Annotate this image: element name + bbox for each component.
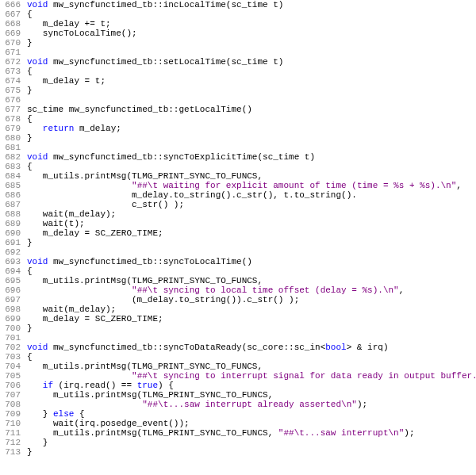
line-number: 690 [0,228,21,238]
code-line: { [27,266,476,276]
code-line: wait(irq.posedge_event()); [27,419,476,428]
code-line: return m_delay; [27,124,476,133]
keyword-token: void [27,152,48,162]
line-number: 685 [0,181,21,190]
text-token: wait(m_delay); [27,305,116,314]
text-token: } [27,447,33,457]
code-line: (m_delay.to_string()).c_str() ); [27,295,476,305]
keyword-token: void [27,57,48,67]
keyword-token: void [27,0,48,10]
line-number: 668 [0,19,21,29]
line-number: 688 [0,209,21,219]
text-token: m_delay.to_string().c_str(), t.to_string… [27,190,357,200]
text-token: } [27,38,33,48]
code-line [27,95,476,105]
code-line: { [27,67,476,76]
keyword-token: void [27,257,48,266]
bool-token: true [137,381,158,390]
line-number: 698 [0,305,21,314]
text-token: m_delay; [74,124,121,133]
line-number: 687 [0,200,21,209]
code-line [27,333,476,343]
code-line: } [27,86,476,95]
text-token: , [399,285,405,295]
line-number: 709 [0,409,21,419]
line-number: 689 [0,219,21,228]
line-number: 676 [0,95,21,105]
code-line: void mw_syncfunctimed_tb::setLocalTime(s… [27,57,476,67]
text-token: mw_syncfunctimed_tb::syncToLocalTime() [48,257,251,266]
text-token: wait(irq.posedge_event()); [27,419,190,428]
code-line: "##\t syncing to local time offset (dela… [27,285,476,295]
code-line: wait(t); [27,219,476,228]
code-line: { [27,352,476,362]
line-number: 681 [0,143,21,152]
code-line: void mw_syncfunctimed_tb::syncToDataRead… [27,343,476,352]
bool-token: bool [325,343,346,352]
text-token: (irq.read() == [53,381,137,390]
text-token: sc_time mw_syncfunctimed_tb::getLocalTim… [27,105,252,114]
text-token: m_delay = SC_ZERO_TIME; [27,314,163,324]
code-line: m_utils.printMsg(TLMG_PRINT_SYNC_TO_FUNC… [27,171,476,181]
string-token: "##\t waiting for explicit amount of tim… [132,181,456,190]
code-area[interactable]: void mw_syncfunctimed_tb::incLocalTime(s… [24,0,476,457]
text-token: , [456,181,462,190]
code-line: } [27,324,476,333]
text-token: wait(m_delay); [27,209,116,219]
line-number: 682 [0,152,21,162]
text-token: mw_syncfunctimed_tb::setLocalTime(sc_tim… [48,57,283,67]
text-token: m_utils.printMsg(TLMG_PRINT_SYNC_TO_FUNC… [27,276,263,285]
line-number: 707 [0,390,21,400]
text-token: { [27,67,33,76]
line-number: 701 [0,333,21,343]
line-number: 674 [0,76,21,86]
line-number: 706 [0,381,21,390]
line-number: 678 [0,114,21,124]
text-token: } [27,238,33,247]
text-token: syncToLocalTime(); [27,29,137,38]
line-number: 705 [0,371,21,381]
text-token: } [27,86,33,95]
text-token [27,181,132,190]
text-token: c_str() ); [27,200,184,209]
line-number-gutter: 6666676686696706716726736746756766776786… [0,0,24,457]
line-number: 683 [0,162,21,171]
code-line [27,143,476,152]
code-line: } [27,447,476,457]
text-token: m_utils.printMsg(TLMG_PRINT_SYNC_TO_FUNC… [27,428,278,438]
keyword-token: if [43,381,53,390]
string-token: "##\t syncing to interrupt signal for da… [132,371,476,381]
text-token: { [27,162,33,171]
line-number: 708 [0,400,21,409]
text-token: (m_delay.to_string()).c_str() ); [27,295,299,305]
text-token [27,371,132,381]
code-line: { [27,10,476,19]
code-line: "##\t syncing to interrupt signal for da… [27,371,476,381]
keyword-token: void [27,343,48,352]
code-line: sc_time mw_syncfunctimed_tb::getLocalTim… [27,105,476,114]
text-token [27,124,43,133]
line-number: 672 [0,57,21,67]
text-token [27,285,132,295]
line-number: 666 [0,0,21,10]
code-line: } [27,38,476,48]
text-token: ) { [158,381,174,390]
code-line: m_delay.to_string().c_str(), t.to_string… [27,190,476,200]
code-line: m_delay = t; [27,76,476,86]
text-token: mw_syncfunctimed_tb::syncToExplicitTime(… [48,152,315,162]
line-number: 669 [0,29,21,38]
code-line: m_utils.printMsg(TLMG_PRINT_SYNC_TO_FUNC… [27,390,476,400]
line-number: 700 [0,324,21,333]
code-line: m_delay = SC_ZERO_TIME; [27,314,476,324]
keyword-token: return [43,124,75,133]
line-number: 713 [0,447,21,457]
string-token: "##\t...saw interrupt already asserted\n… [142,400,357,409]
line-number: 699 [0,314,21,324]
line-number: 702 [0,343,21,352]
code-line: if (irq.read() == true) { [27,381,476,390]
text-token: } [27,438,48,447]
line-number: 711 [0,428,21,438]
text-token: } [27,409,53,419]
text-token: { [27,114,33,124]
line-number: 693 [0,257,21,266]
